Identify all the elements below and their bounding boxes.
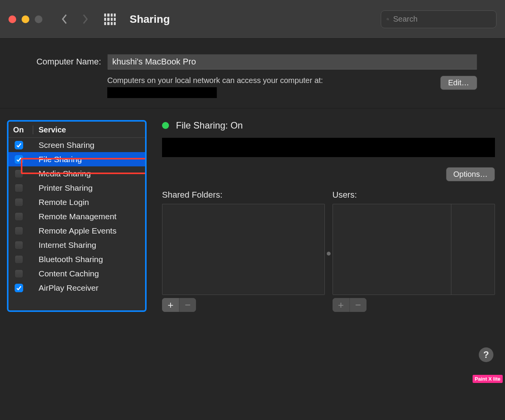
service-row[interactable]: Bluetooth Sharing: [8, 252, 145, 266]
service-checkbox[interactable]: [15, 227, 23, 235]
services-list: On Service Screen SharingFile SharingMed…: [7, 120, 147, 312]
computer-name-subtext: Computers on your local network can acce…: [107, 75, 434, 86]
svg-line-1: [388, 19, 388, 20]
services-header: On Service: [8, 122, 145, 138]
service-detail: File Sharing: On Options… Shared Folders…: [162, 120, 495, 312]
service-label: AirPlay Receiver: [33, 283, 98, 293]
search-icon: [387, 15, 389, 23]
service-row[interactable]: Media Sharing: [8, 166, 145, 181]
window-controls: [8, 15, 42, 23]
back-button[interactable]: [61, 14, 68, 25]
add-user-button[interactable]: +: [333, 298, 350, 312]
forward-button[interactable]: [82, 14, 89, 25]
service-checkbox[interactable]: [15, 169, 23, 178]
users-label: Users:: [333, 190, 495, 200]
computer-name-label: Computer Name:: [28, 57, 101, 67]
search-input[interactable]: [393, 15, 491, 24]
service-row[interactable]: Printer Sharing: [8, 181, 145, 195]
computer-name-field[interactable]: [107, 54, 477, 69]
service-row[interactable]: Internet Sharing: [8, 238, 145, 252]
nav-arrows: [61, 14, 89, 25]
zoom-window-button[interactable]: [35, 15, 42, 23]
users-add-remove: + −: [333, 298, 367, 312]
add-folder-button[interactable]: +: [162, 298, 179, 312]
service-label: Remote Apple Events: [33, 226, 117, 235]
service-label: Internet Sharing: [33, 240, 96, 250]
service-label: Printer Sharing: [33, 183, 93, 193]
status-text: File Sharing: On: [176, 120, 243, 131]
column-resize-handle[interactable]: [327, 252, 331, 256]
service-label: Bluetooth Sharing: [33, 255, 103, 264]
redacted-hostname: [107, 87, 217, 98]
service-checkbox[interactable]: [15, 241, 23, 249]
shared-folders-add-remove: + −: [162, 298, 196, 312]
svg-point-0: [387, 18, 388, 20]
edit-button[interactable]: Edit…: [440, 76, 477, 90]
service-row[interactable]: Remote Login: [8, 195, 145, 209]
status-row: File Sharing: On: [162, 120, 495, 131]
main-content: On Service Screen SharingFile SharingMed…: [0, 108, 505, 323]
help-button[interactable]: ?: [479, 347, 493, 362]
titlebar: Sharing: [0, 0, 505, 39]
minimize-window-button[interactable]: [22, 15, 29, 23]
service-label: File Sharing: [33, 155, 82, 164]
remove-folder-button[interactable]: −: [179, 298, 196, 312]
service-label: Screen Sharing: [33, 141, 95, 150]
column-on: On: [13, 125, 33, 134]
close-window-button[interactable]: [8, 15, 16, 23]
service-checkbox[interactable]: [15, 255, 23, 264]
shared-folders-list[interactable]: [162, 204, 325, 295]
users-column: Users: + −: [333, 190, 495, 312]
service-row[interactable]: Screen Sharing: [8, 138, 145, 152]
service-checkbox[interactable]: [15, 269, 23, 278]
lists-row: Shared Folders: + − Users: +: [162, 190, 495, 312]
service-row[interactable]: File Sharing: [8, 152, 145, 166]
computer-name-section: Computer Name: Computers on your local n…: [0, 39, 505, 108]
options-button[interactable]: Options…: [446, 167, 495, 181]
service-label: Remote Management: [33, 212, 117, 221]
redacted-address: [162, 138, 495, 157]
service-checkbox[interactable]: [15, 212, 23, 221]
remove-user-button[interactable]: −: [350, 298, 367, 312]
column-service: Service: [33, 125, 66, 134]
service-row[interactable]: Remote Apple Events: [8, 224, 145, 238]
watermark: Paint X lite: [473, 375, 503, 383]
service-row[interactable]: Remote Management: [8, 209, 145, 224]
service-row[interactable]: Content Caching: [8, 266, 145, 281]
service-checkbox[interactable]: [15, 184, 23, 192]
service-label: Media Sharing: [33, 169, 91, 178]
show-all-icon[interactable]: [104, 14, 116, 25]
service-checkbox[interactable]: [15, 141, 23, 149]
window-title: Sharing: [130, 13, 381, 25]
service-label: Content Caching: [33, 269, 99, 278]
status-indicator-icon: [162, 122, 169, 129]
service-checkbox[interactable]: [15, 155, 23, 164]
shared-folders-label: Shared Folders:: [162, 190, 325, 200]
service-label: Remote Login: [33, 198, 89, 207]
service-row[interactable]: AirPlay Receiver: [8, 281, 145, 295]
users-list[interactable]: [333, 204, 495, 295]
shared-folders-column: Shared Folders: + −: [162, 190, 325, 312]
service-checkbox[interactable]: [15, 284, 23, 292]
service-checkbox[interactable]: [15, 198, 23, 207]
users-permission-divider: [451, 204, 451, 295]
search-box[interactable]: [381, 10, 497, 28]
